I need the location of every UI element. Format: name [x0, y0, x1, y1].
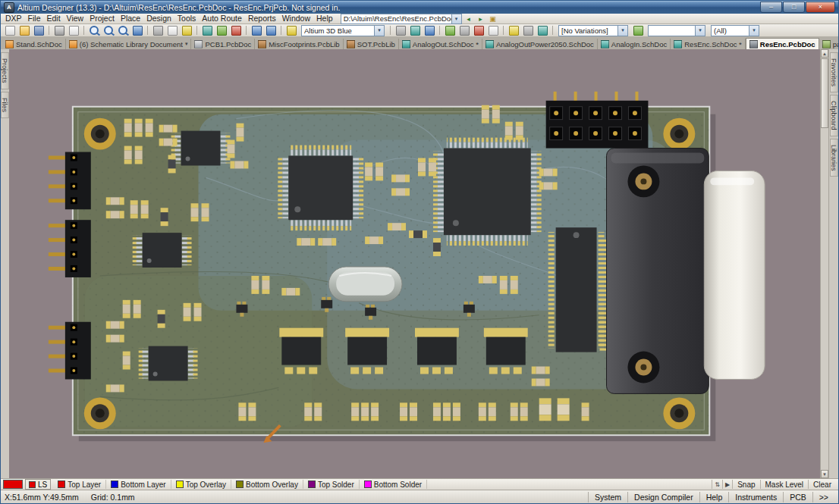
- menu-dxp[interactable]: DXP: [2, 14, 25, 23]
- doc-tab-analogin-schdoc[interactable]: AnalogIn.SchDoc: [598, 39, 671, 49]
- more-panels-button[interactable]: >>: [812, 492, 834, 502]
- nav-back-icon[interactable]: ◂: [463, 14, 474, 23]
- maximize-button[interactable]: □: [783, 2, 805, 13]
- doc-tab-pcb1-pcbdoc[interactable]: PCB1.PcbDoc: [191, 39, 255, 49]
- layer-next-icon[interactable]: ▶: [722, 480, 732, 489]
- cross-probe-icon[interactable]: [229, 25, 243, 36]
- scrollbar-thumb[interactable]: [821, 58, 828, 128]
- snap-grid-icon[interactable]: [408, 25, 422, 36]
- view-configuration-combo[interactable]: Altium 3D Blue ▾: [301, 25, 385, 36]
- pcb-panel-button[interactable]: PCB: [783, 492, 812, 502]
- new-document-icon[interactable]: [3, 25, 17, 36]
- panel-tab-clipboard[interactable]: Clipboard: [830, 95, 838, 136]
- menu-project[interactable]: Project: [86, 14, 118, 23]
- cut-icon[interactable]: [151, 25, 165, 36]
- board-insight-icon[interactable]: [423, 25, 436, 36]
- chevron-down-icon[interactable]: ▾: [617, 26, 627, 36]
- polygon-icon[interactable]: [486, 25, 500, 36]
- menu-design[interactable]: Design: [143, 14, 174, 23]
- doc-tab-schematic-library[interactable]: (6) Schematic Library Document▾: [66, 39, 192, 49]
- doc-tab-analogoutpower2050-schdoc[interactable]: AnalogOutPower2050.SchDoc: [482, 39, 598, 49]
- chevron-down-icon[interactable]: ▾: [451, 14, 461, 23]
- panel-tab-projects[interactable]: Projects: [1, 52, 9, 89]
- redo-icon[interactable]: [264, 25, 278, 36]
- menu-auto-route[interactable]: Auto Route: [199, 14, 245, 23]
- clear-button[interactable]: Clear: [808, 480, 836, 489]
- chevron-down-icon[interactable]: ▾: [374, 26, 384, 36]
- mask-level-button[interactable]: Mask Level: [760, 480, 809, 489]
- system-panel-button[interactable]: System: [588, 492, 627, 502]
- save-icon[interactable]: [32, 25, 46, 36]
- pcb-3d-canvas[interactable]: [9, 49, 821, 478]
- doc-tab-stand-schdoc[interactable]: Stand.SchDoc: [2, 39, 66, 49]
- via-icon[interactable]: [457, 25, 471, 36]
- doc-tab-miscfootprints-pcblib[interactable]: MiscFootprints.PcbLib: [255, 39, 343, 49]
- doc-tab-resenc-schdoc[interactable]: ResEnc.SchDoc *: [671, 39, 746, 49]
- layer-tab-top-overlay[interactable]: Top Overlay: [171, 480, 231, 489]
- zoom-out-icon[interactable]: [102, 25, 115, 36]
- string-icon[interactable]: [521, 25, 535, 36]
- menu-help[interactable]: Help: [313, 14, 336, 23]
- menu-tools[interactable]: Tools: [174, 14, 200, 23]
- layer-bar: LS Top Layer Bottom Layer Top Overlay Bo…: [1, 478, 838, 490]
- layer-tab-top-layer[interactable]: Top Layer: [53, 480, 106, 489]
- menu-window[interactable]: Window: [279, 14, 313, 23]
- layer-tab-top-solder[interactable]: Top Solder: [303, 480, 360, 489]
- component-icon[interactable]: [536, 25, 549, 36]
- copy-icon[interactable]: [165, 25, 179, 36]
- panel-tab-favorites[interactable]: Favorites: [830, 52, 838, 92]
- refresh-icon[interactable]: [631, 25, 645, 36]
- close-button[interactable]: ×: [806, 2, 835, 13]
- zoom-fit-icon[interactable]: [130, 25, 144, 36]
- zoom-area-icon[interactable]: [116, 25, 130, 36]
- layer-tab-bottom-overlay[interactable]: Bottom Overlay: [231, 480, 303, 489]
- document-path-combo[interactable]: D:\Altuim\ResEnc\ResEnc.PcbDoc ▾: [341, 14, 462, 24]
- open-document-icon[interactable]: [17, 25, 31, 36]
- title-bar: Altium Designer (13.3) - D:\Altuim\ResEn…: [1, 1, 838, 14]
- doc-tab-sot-pcblib[interactable]: SOT.PcbLib: [344, 39, 399, 49]
- menu-file[interactable]: File: [25, 14, 44, 23]
- interactive-routing-icon[interactable]: [443, 25, 457, 36]
- filter-icon[interactable]: [284, 25, 298, 36]
- doc-tab-analogout-schdoc[interactable]: AnalogOut.SchDoc *: [399, 39, 482, 49]
- variations-combo[interactable]: [No Variations] ▾: [558, 25, 628, 36]
- select-icon[interactable]: [200, 25, 214, 36]
- help-panel-button[interactable]: Help: [699, 492, 729, 502]
- zoom-in-icon[interactable]: [87, 25, 101, 36]
- pad-icon[interactable]: [472, 25, 485, 36]
- menu-place[interactable]: Place: [118, 14, 143, 23]
- open-folder-icon[interactable]: ▣: [488, 14, 498, 23]
- grid-settings-icon[interactable]: [394, 25, 407, 36]
- menu-reports[interactable]: Reports: [245, 14, 279, 23]
- mask-combo[interactable]: ▾: [648, 25, 705, 36]
- print-preview-icon[interactable]: [67, 25, 80, 36]
- minimize-button[interactable]: –: [760, 2, 782, 13]
- doc-tab-resenc-pcbdoc-active[interactable]: ResEnc.PcbDoc: [746, 38, 819, 49]
- menu-edit[interactable]: Edit: [44, 14, 64, 23]
- scroll-down-icon[interactable]: ▼: [821, 470, 828, 478]
- instruments-panel-button[interactable]: Instruments: [728, 492, 783, 502]
- chevron-down-icon[interactable]: ▾: [695, 26, 705, 36]
- layer-scroll-icon[interactable]: ⇅: [712, 480, 722, 489]
- nav-forward-icon[interactable]: ▸: [476, 14, 486, 23]
- panel-tab-libraries[interactable]: Libraries: [830, 139, 838, 177]
- pcb-3d-render: [9, 49, 821, 478]
- layer-tab-bottom-solder[interactable]: Bottom Solder: [360, 480, 427, 489]
- scope-filter-combo[interactable]: (All) ▾: [711, 25, 759, 36]
- move-icon[interactable]: [215, 25, 228, 36]
- print-icon[interactable]: [52, 25, 66, 36]
- undo-icon[interactable]: [250, 25, 263, 36]
- panel-tab-files[interactable]: Files: [1, 92, 9, 118]
- paste-icon[interactable]: [180, 25, 193, 36]
- snap-button[interactable]: Snap: [732, 480, 759, 489]
- doc-tab-panel-pcbdoc[interactable]: panel.PcbDoc *: [819, 39, 838, 49]
- chevron-down-icon[interactable]: ▾: [749, 26, 759, 36]
- scroll-up-icon[interactable]: ▲: [821, 49, 828, 58]
- dimension-icon[interactable]: [507, 25, 520, 36]
- menu-view[interactable]: View: [64, 14, 87, 23]
- layer-set-tab[interactable]: LS: [25, 479, 51, 490]
- design-compiler-panel-button[interactable]: Design Compiler: [627, 492, 699, 502]
- chevron-down-icon[interactable]: ▾: [185, 41, 188, 47]
- layer-tab-bottom-layer[interactable]: Bottom Layer: [106, 480, 171, 489]
- current-layer-swatch[interactable]: [3, 480, 23, 489]
